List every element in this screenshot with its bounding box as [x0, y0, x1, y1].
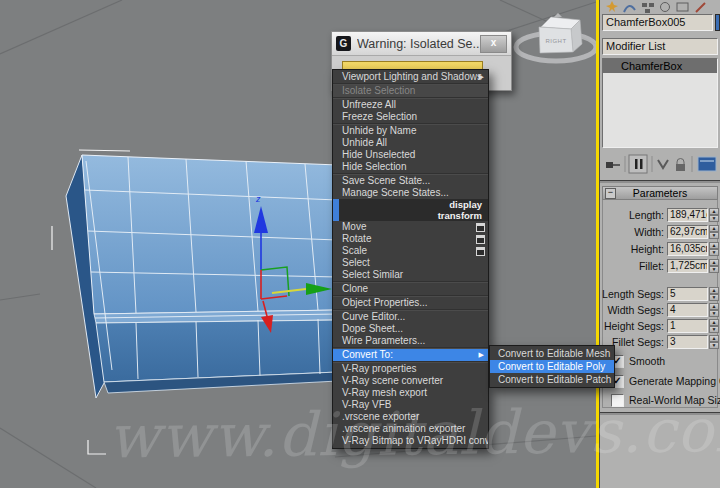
create-tab-icon[interactable]	[606, 1, 618, 12]
parameter-label: Height:	[600, 243, 667, 255]
menu-item[interactable]: .vrscene exporter	[333, 411, 488, 423]
parameter-value-field[interactable]: 16,035cm	[667, 242, 708, 256]
parameter-value-field[interactable]: 189,471cm	[667, 208, 708, 222]
menu-item[interactable]: V-Ray mesh export	[333, 387, 488, 399]
spinner[interactable]: ▲▼	[709, 242, 719, 256]
menu-item[interactable]: Move	[333, 221, 488, 233]
motion-tab-icon[interactable]	[661, 3, 670, 12]
parameter-value-field[interactable]: 62,97cm	[667, 225, 708, 239]
spinner-down-icon[interactable]: ▼	[709, 266, 719, 273]
menu-item[interactable]: Viewport Lighting and Shadows▶	[333, 71, 488, 83]
submenu-item[interactable]: Convert to Editable Mesh	[490, 347, 614, 360]
spinner-down-icon[interactable]: ▼	[709, 294, 719, 301]
spinner[interactable]: ▲▼	[709, 208, 719, 222]
menu-item-label: .vrscene exporter	[342, 411, 419, 422]
menu-item[interactable]: Wire Parameters...	[333, 335, 488, 347]
modifier-stack-entry[interactable]: ChamferBox	[603, 59, 717, 73]
make-unique-icon[interactable]	[658, 160, 668, 168]
menu-item[interactable]: Isolate Selection	[333, 85, 488, 97]
menu-item[interactable]: Select Similar	[333, 269, 488, 281]
submenu-item[interactable]: Convert to Editable Patch	[490, 373, 614, 386]
modifier-list-dropdown[interactable]: Modifier List	[602, 38, 718, 55]
spinner-up-icon[interactable]: ▲	[709, 259, 719, 266]
parameter-value-field[interactable]: 3	[667, 335, 708, 349]
menu-item[interactable]: Scale	[333, 245, 488, 257]
settings-box-icon[interactable]	[476, 247, 485, 256]
parameter-value-field[interactable]: 1,725cm	[667, 259, 708, 273]
menu-item[interactable]: Clone	[333, 283, 488, 295]
utilities-tab-icon[interactable]	[696, 3, 705, 12]
dialog-title: Warning: Isolated Se...	[357, 37, 480, 51]
menu-item[interactable]: Unfreeze All	[333, 99, 488, 111]
object-color-swatch[interactable]	[715, 14, 720, 31]
spinner[interactable]: ▲▼	[709, 335, 719, 349]
spinner[interactable]: ▲▼	[709, 225, 719, 239]
menu-item[interactable]: Unhide by Name	[333, 125, 488, 137]
dialog-titlebar[interactable]: G Warning: Isolated Se... x	[332, 32, 511, 56]
command-panel: ChamferBox005 Modifier List ChamferBox −…	[600, 0, 720, 488]
menu-item[interactable]: V-Ray scene converter	[333, 375, 488, 387]
object-name-field[interactable]: ChamferBox005	[602, 14, 713, 31]
menu-item[interactable]: Select	[333, 257, 488, 269]
menu-item[interactable]: V-Ray Bitmap to VRayHDRI converter	[333, 435, 488, 447]
menu-item[interactable]: Rotate	[333, 233, 488, 245]
spinner-down-icon[interactable]: ▼	[709, 249, 719, 256]
settings-box-icon[interactable]	[476, 223, 485, 232]
spinner-down-icon[interactable]: ▼	[709, 215, 719, 222]
command-panel-tabs[interactable]	[602, 0, 720, 13]
menu-item[interactable]: Curve Editor...	[333, 311, 488, 323]
spinner-up-icon[interactable]: ▲	[709, 335, 719, 342]
menu-item[interactable]: Save Scene State...	[333, 175, 488, 187]
spinner-down-icon[interactable]: ▼	[709, 326, 719, 333]
spinner-down-icon[interactable]: ▼	[709, 310, 719, 317]
spinner-up-icon[interactable]: ▲	[709, 225, 719, 232]
menu-item[interactable]: Object Properties...	[333, 297, 488, 309]
menu-item[interactable]: Dope Sheet...	[333, 323, 488, 335]
menu-item[interactable]: Hide Unselected	[333, 149, 488, 161]
menu-item[interactable]: Convert To:▶	[333, 349, 488, 361]
menu-item[interactable]: V-Ray properties	[333, 363, 488, 375]
spinner-up-icon[interactable]: ▲	[709, 287, 719, 294]
parameter-value-field[interactable]: 5	[667, 287, 708, 301]
rollout-collapse-icon[interactable]: −	[605, 188, 616, 199]
menu-item[interactable]: Hide Selection	[333, 161, 488, 173]
remove-modifier-icon[interactable]	[676, 159, 685, 172]
spinner-down-icon[interactable]: ▼	[709, 342, 719, 349]
menu-item[interactable]: V-Ray VFB	[333, 399, 488, 411]
menu-item-label: Hide Unselected	[342, 149, 415, 160]
settings-box-icon[interactable]	[476, 235, 485, 244]
menu-item[interactable]: Unhide All	[333, 137, 488, 149]
spinner[interactable]: ▲▼	[709, 303, 719, 317]
hierarchy-tab-icon[interactable]	[642, 3, 654, 13]
parameter-value-field[interactable]: 4	[667, 303, 708, 317]
menu-item-label: Manage Scene States...	[342, 187, 449, 198]
display-tab-icon[interactable]	[677, 3, 688, 11]
menu-item[interactable]: Manage Scene States...	[333, 187, 488, 199]
spinner[interactable]: ▲▼	[709, 259, 719, 273]
show-end-result-button[interactable]	[629, 155, 647, 173]
modifier-stack-list[interactable]: ChamferBox	[602, 58, 718, 148]
spinner-up-icon[interactable]: ▲	[709, 242, 719, 249]
modifier-stack-toolbar[interactable]	[602, 152, 718, 176]
viewport-active-border	[596, 0, 600, 488]
spinner[interactable]: ▲▼	[709, 287, 719, 301]
parameters-rollout-header[interactable]: − Parameters	[602, 186, 718, 200]
dialog-close-button[interactable]: x	[480, 35, 507, 53]
pin-stack-icon[interactable]	[606, 162, 620, 168]
configure-modifier-sets-icon[interactable]	[698, 157, 716, 171]
spinner-down-icon[interactable]: ▼	[709, 232, 719, 239]
spinner[interactable]: ▲▼	[709, 319, 719, 333]
menu-item-label: V-Ray properties	[342, 363, 416, 374]
checkbox[interactable]	[611, 394, 624, 407]
parameter-value-field[interactable]: 1	[667, 319, 708, 333]
submenu-item[interactable]: Convert to Editable Poly	[490, 360, 614, 373]
modify-tab-icon[interactable]	[624, 6, 635, 12]
spinner-up-icon[interactable]: ▲	[709, 303, 719, 310]
spinner-up-icon[interactable]: ▲	[709, 208, 719, 215]
spinner-up-icon[interactable]: ▲	[709, 319, 719, 326]
menu-item[interactable]: Freeze Selection	[333, 111, 488, 123]
menu-item[interactable]: .vrscene animation exporter	[333, 423, 488, 435]
panel-divider-bottom	[600, 412, 720, 415]
menu-item-label: Dope Sheet...	[342, 323, 403, 334]
gizmo-z-label: z	[255, 194, 261, 204]
